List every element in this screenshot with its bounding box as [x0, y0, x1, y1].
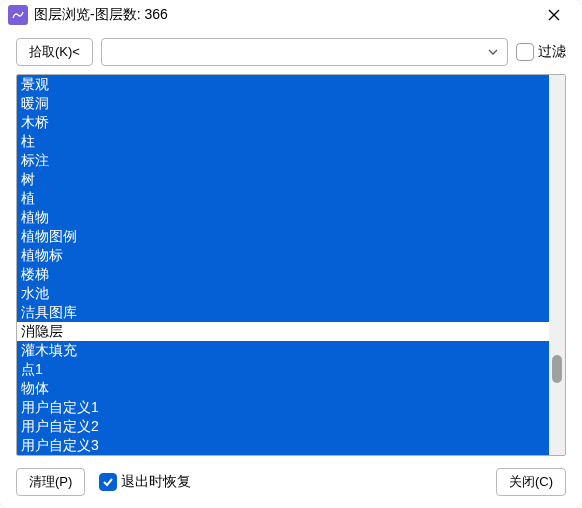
list-item[interactable]: 木桥	[17, 113, 549, 132]
list-item[interactable]: 用户自定义2	[17, 417, 549, 436]
list-item[interactable]: 水池	[17, 284, 549, 303]
chevron-down-icon	[487, 46, 499, 58]
list-item[interactable]: 标注	[17, 151, 549, 170]
filter-combo[interactable]	[101, 38, 508, 66]
filter-label: 过滤	[538, 43, 566, 61]
close-dialog-button[interactable]: 关闭(C)	[496, 468, 566, 496]
list-item[interactable]: 楼梯	[17, 265, 549, 284]
list-item[interactable]: 用户自定义1	[17, 398, 549, 417]
close-button[interactable]	[538, 1, 570, 29]
filter-checkbox-row[interactable]: 过滤	[516, 43, 566, 61]
dialog-window: 图层浏览-图层数: 366 拾取(K)< 过滤 景观暖洞木桥柱标注树植植物植物图…	[0, 0, 582, 508]
layer-listbox[interactable]: 景观暖洞木桥柱标注树植植物植物图例植物标楼梯水池洁具图库消隐层灌木填充点1物体用…	[17, 75, 549, 455]
toolbar-row: 拾取(K)< 过滤	[16, 38, 566, 66]
content-area: 拾取(K)< 过滤 景观暖洞木桥柱标注树植植物植物图例植物标楼梯水池洁具图库消隐…	[0, 30, 582, 508]
restore-checkbox[interactable]	[99, 473, 117, 491]
list-item[interactable]: 物体	[17, 379, 549, 398]
layer-listbox-container: 景观暖洞木桥柱标注树植植物植物图例植物标楼梯水池洁具图库消隐层灌木填充点1物体用…	[16, 74, 566, 456]
cleanup-button[interactable]: 清理(P)	[16, 468, 85, 496]
list-item[interactable]: 植物标	[17, 246, 549, 265]
list-item[interactable]: 景观	[17, 75, 549, 94]
scrollbar[interactable]	[549, 75, 565, 455]
pick-button[interactable]: 拾取(K)<	[16, 38, 93, 66]
check-icon	[102, 476, 114, 488]
list-item[interactable]: 暖洞	[17, 94, 549, 113]
list-item[interactable]: 树	[17, 170, 549, 189]
list-item[interactable]: 点1	[17, 360, 549, 379]
scroll-thumb[interactable]	[552, 355, 562, 383]
list-item[interactable]: 植物图例	[17, 227, 549, 246]
list-item[interactable]: 洁具图库	[17, 303, 549, 322]
list-item[interactable]: 植物	[17, 208, 549, 227]
list-item[interactable]: 用户自定义3	[17, 436, 549, 455]
list-item[interactable]: 灌木填充	[17, 341, 549, 360]
footer-row: 清理(P) 退出时恢复 关闭(C)	[16, 464, 566, 496]
restore-label: 退出时恢复	[121, 473, 191, 491]
list-item[interactable]: 植	[17, 189, 549, 208]
filter-checkbox[interactable]	[516, 43, 534, 61]
titlebar: 图层浏览-图层数: 366	[0, 0, 582, 30]
list-item[interactable]: 消隐层	[17, 322, 549, 341]
restore-checkbox-row[interactable]: 退出时恢复	[99, 473, 191, 491]
window-title: 图层浏览-图层数: 366	[34, 6, 532, 24]
list-item[interactable]: 柱	[17, 132, 549, 151]
close-icon	[547, 8, 561, 22]
app-icon	[8, 5, 28, 25]
